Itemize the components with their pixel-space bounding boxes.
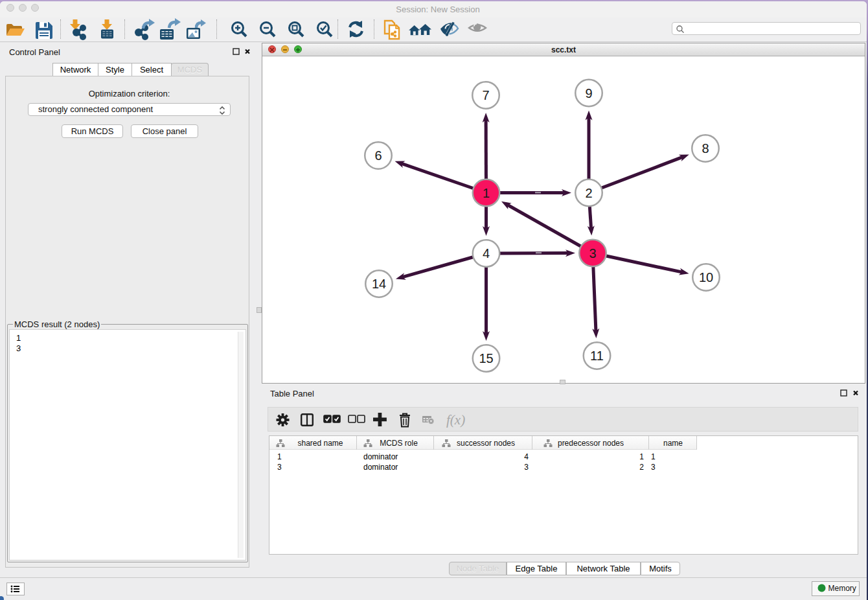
svg-text:4: 4 [483, 246, 490, 260]
svg-text:10: 10 [699, 270, 713, 284]
svg-text:7: 7 [482, 88, 489, 102]
svg-text:8: 8 [702, 141, 709, 156]
svg-text:15: 15 [479, 351, 493, 365]
svg-text:6: 6 [374, 148, 382, 163]
svg-text:9: 9 [585, 86, 592, 100]
svg-text:2: 2 [585, 186, 592, 200]
svg-text:3: 3 [589, 246, 596, 260]
svg-text:14: 14 [372, 277, 386, 291]
svg-text:1: 1 [483, 186, 490, 200]
svg-text:f(x): f(x) [446, 412, 465, 428]
svg-text:11: 11 [590, 349, 604, 363]
